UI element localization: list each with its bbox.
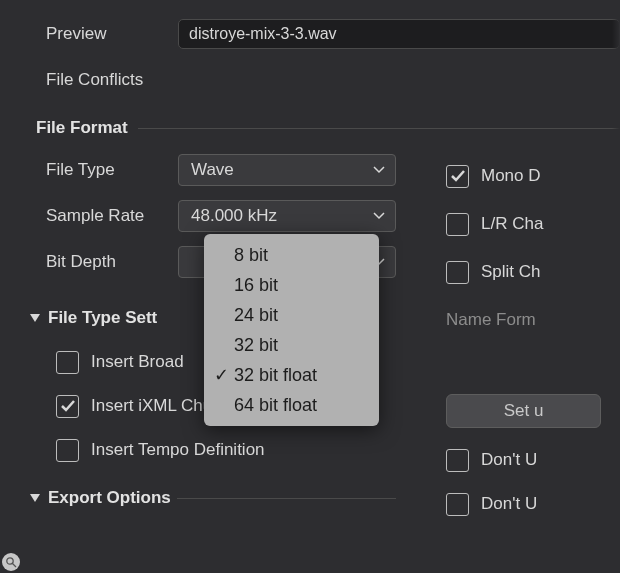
lr-channels-label: L/R Cha xyxy=(481,214,543,234)
insert-broadcast-checkbox[interactable] xyxy=(56,351,79,374)
lr-channels-checkbox[interactable] xyxy=(446,213,469,236)
dont-use-b-label: Don't U xyxy=(481,494,537,514)
chevron-down-icon xyxy=(373,212,385,220)
mono-label: Mono D xyxy=(481,166,541,186)
bit-depth-option[interactable]: ✓64 bit float xyxy=(204,390,379,420)
disclosure-triangle-icon xyxy=(28,311,42,325)
file-conflicts-label: File Conflicts xyxy=(46,70,178,90)
name-format-link[interactable]: Name Form xyxy=(446,310,536,330)
split-channels-label: Split Ch xyxy=(481,262,541,282)
file-type-label: File Type xyxy=(46,160,178,180)
svg-line-1 xyxy=(13,564,17,568)
dont-use-a-checkbox[interactable] xyxy=(446,449,469,472)
set-up-button-label: Set u xyxy=(504,401,544,421)
bit-depth-option-label: 8 bit xyxy=(234,245,268,266)
split-channels-checkbox[interactable] xyxy=(446,261,469,284)
bit-depth-option-label: 32 bit xyxy=(234,335,278,356)
file-type-value: Wave xyxy=(191,160,234,180)
preview-label: Preview xyxy=(46,24,178,44)
bit-depth-option-label: 64 bit float xyxy=(234,395,317,416)
file-type-select[interactable]: Wave xyxy=(178,154,396,186)
bit-depth-option-label: 16 bit xyxy=(234,275,278,296)
preview-filename-input[interactable] xyxy=(178,19,620,49)
disclosure-triangle-icon xyxy=(28,491,42,505)
mono-checkbox[interactable] xyxy=(446,165,469,188)
chevron-down-icon xyxy=(373,166,385,174)
insert-broadcast-label: Insert Broad xyxy=(91,352,184,372)
insert-tempo-label: Insert Tempo Definition xyxy=(91,440,265,460)
sample-rate-select[interactable]: 48.000 kHz xyxy=(178,200,396,232)
bit-depth-dropdown-menu[interactable]: ✓8 bit ✓16 bit ✓24 bit ✓32 bit ✓32 bit f… xyxy=(204,234,379,426)
section-export-options[interactable]: Export Options xyxy=(28,488,396,508)
magnifier-icon xyxy=(2,553,20,571)
section-file-format: File Format xyxy=(36,118,620,138)
bit-depth-option-label: 32 bit float xyxy=(234,365,317,386)
dont-use-b-checkbox[interactable] xyxy=(446,493,469,516)
section-file-type-settings-title: File Type Sett xyxy=(48,308,157,328)
bit-depth-option[interactable]: ✓24 bit xyxy=(204,300,379,330)
bit-depth-option[interactable]: ✓8 bit xyxy=(204,240,379,270)
dont-use-a-label: Don't U xyxy=(481,450,537,470)
bit-depth-label: Bit Depth xyxy=(46,252,178,272)
bit-depth-option-label: 24 bit xyxy=(234,305,278,326)
bit-depth-option[interactable]: ✓32 bit xyxy=(204,330,379,360)
insert-ixml-checkbox[interactable] xyxy=(56,395,79,418)
sample-rate-value: 48.000 kHz xyxy=(191,206,277,226)
bit-depth-option[interactable]: ✓32 bit float xyxy=(204,360,379,390)
svg-point-0 xyxy=(7,558,13,564)
sample-rate-label: Sample Rate xyxy=(46,206,178,226)
set-up-button[interactable]: Set u xyxy=(446,394,601,428)
bit-depth-option[interactable]: ✓16 bit xyxy=(204,270,379,300)
section-file-format-title: File Format xyxy=(36,118,128,138)
insert-tempo-checkbox[interactable] xyxy=(56,439,79,462)
section-export-options-title: Export Options xyxy=(48,488,171,508)
